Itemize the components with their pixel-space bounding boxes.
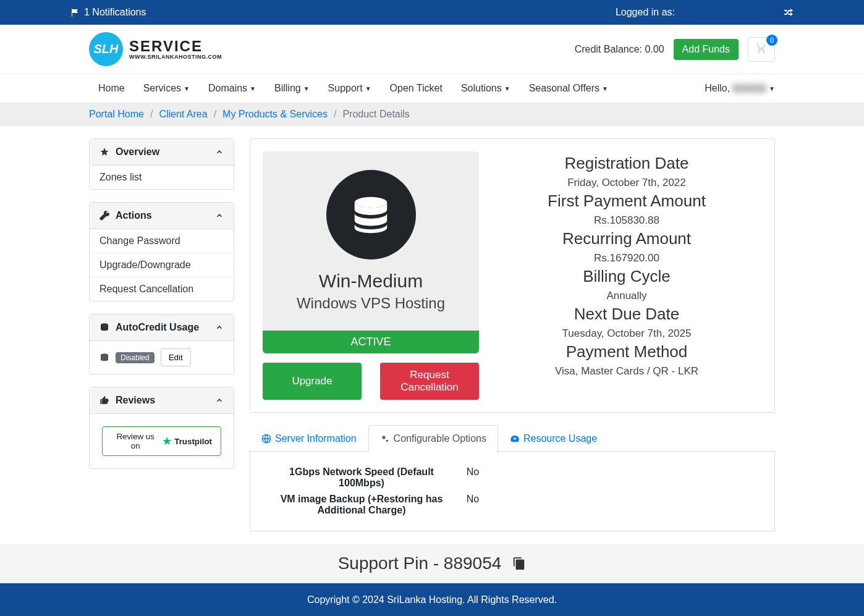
add-funds-button[interactable]: Add Funds <box>674 39 739 60</box>
autocredit-edit-button[interactable]: Edit <box>161 348 191 366</box>
info-label: First Payment Amount <box>491 192 762 211</box>
flag-icon <box>70 7 80 17</box>
svg-point-5 <box>386 440 388 442</box>
breadcrumb-client-area[interactable]: Client Area <box>159 109 207 120</box>
svg-point-2 <box>355 196 388 208</box>
overview-header[interactable]: Overview <box>90 139 234 166</box>
breadcrumb-current: Product Details <box>342 109 410 120</box>
product-info: Registration Date Friday, October 7th, 2… <box>491 151 762 400</box>
nav-list: Home Services ▼ Domains ▼ Billing ▼ Supp… <box>89 74 617 103</box>
product-name: Win-Medium <box>281 271 460 292</box>
copy-icon[interactable] <box>512 557 526 570</box>
chevron-up-icon <box>215 148 224 156</box>
reviews-panel: Reviews Review us on ★ Trustpilot <box>89 387 234 469</box>
option-label: 1Gbps Network Speed (Default 100Mbps) <box>269 466 454 489</box>
product-box: Win-Medium Windows VPS Hosting <box>263 151 479 331</box>
logo-text: SERVICE <box>129 39 222 54</box>
cart-button[interactable]: 0 <box>748 37 775 62</box>
nav-services[interactable]: Services ▼ <box>134 74 199 103</box>
cart-badge: 0 <box>766 35 777 46</box>
caret-icon: ▼ <box>769 85 775 92</box>
info-label: Payment Method <box>491 342 762 361</box>
caret-icon: ▼ <box>365 85 371 92</box>
status-badge: ACTIVE <box>263 331 479 353</box>
shuffle-icon[interactable] <box>784 7 794 17</box>
upgrade-button[interactable]: Upgrade <box>263 363 362 400</box>
overview-panel: Overview Zones list <box>89 138 234 190</box>
logo-subtext: WWW.SRILANKAHOSTING.COM <box>129 54 222 60</box>
nav-home[interactable]: Home <box>89 74 134 103</box>
cart-icon <box>756 43 767 54</box>
star-icon <box>100 147 109 157</box>
tab-configurable-options[interactable]: Configurable Options <box>368 425 498 452</box>
notifications-link[interactable]: 1 Notifications <box>70 7 146 18</box>
info-label: Registration Date <box>491 154 762 173</box>
breadcrumb-bar: Portal Home / Client Area / My Products … <box>0 103 864 126</box>
tab-server-info[interactable]: Server Information <box>250 425 368 452</box>
footer: Copyright © 2024 SriLanka Hosting. All R… <box>0 583 864 616</box>
username-display <box>686 7 773 18</box>
info-label: Recurring Amount <box>491 229 762 248</box>
sidebar: Overview Zones list Actions Change Passw… <box>89 138 234 481</box>
nav-open-ticket[interactable]: Open Ticket <box>381 74 452 103</box>
database-icon <box>100 323 109 332</box>
sidebar-item-change-password[interactable]: Change Password <box>90 229 234 253</box>
header: SLH SERVICE WWW.SRILANKAHOSTING.COM Cred… <box>0 25 864 74</box>
caret-icon: ▼ <box>602 85 608 92</box>
logo[interactable]: SLH SERVICE WWW.SRILANKAHOSTING.COM <box>89 32 222 66</box>
info-label: Next Due Date <box>491 305 762 324</box>
cogs-icon <box>380 434 390 444</box>
product-category: Windows VPS Hosting <box>281 295 460 312</box>
nav-solutions[interactable]: Solutions ▼ <box>452 74 520 103</box>
info-value: Annually <box>491 290 762 302</box>
sidebar-item-upgrade[interactable]: Upgrade/Downgrade <box>90 253 234 277</box>
topbar: 1 Notifications Logged in as: <box>0 0 864 25</box>
info-value: Visa, Master Cards / QR - LKR <box>491 365 762 378</box>
tab-content: 1Gbps Network Speed (Default 100Mbps) No… <box>250 452 775 531</box>
caret-icon: ▼ <box>184 85 190 92</box>
info-value: Tuesday, October 7th, 2025 <box>491 327 762 340</box>
logged-in-label: Logged in as: <box>616 7 675 18</box>
option-value: No <box>454 466 491 489</box>
wrench-icon <box>100 211 109 221</box>
tabs-section: Server Information Configurable Options … <box>250 425 775 531</box>
logo-icon: SLH <box>89 32 123 66</box>
info-value: Friday, October 7th, 2022 <box>491 177 762 189</box>
thumbs-up-icon <box>100 395 109 405</box>
nav-domains[interactable]: Domains ▼ <box>199 74 265 103</box>
info-label: Billing Cycle <box>491 267 762 286</box>
nav-support[interactable]: Support ▼ <box>319 74 381 103</box>
info-value: Rs.105830.88 <box>491 214 762 227</box>
nav-billing[interactable]: Billing ▼ <box>265 74 319 103</box>
footer-text: Copyright © 2024 SriLanka Hosting. All R… <box>307 594 557 605</box>
username-blur <box>732 84 766 93</box>
autocredit-status-badge: Disabled <box>116 352 155 363</box>
trustpilot-star-icon: ★ <box>162 434 172 448</box>
product-card: Win-Medium Windows VPS Hosting ACTIVE Up… <box>250 138 775 413</box>
reviews-header[interactable]: Reviews <box>90 387 234 414</box>
dashboard-icon <box>510 434 520 444</box>
content: Win-Medium Windows VPS Hosting ACTIVE Up… <box>250 138 775 531</box>
database-icon <box>100 353 109 363</box>
breadcrumb-portal-home[interactable]: Portal Home <box>89 109 144 120</box>
user-menu[interactable]: Hello, ▼ <box>705 83 775 94</box>
sidebar-item-cancel[interactable]: Request Cancellation <box>90 277 234 301</box>
autocredit-header[interactable]: AutoCredit Usage <box>90 314 234 341</box>
caret-icon: ▼ <box>504 85 510 92</box>
chevron-up-icon <box>215 396 224 405</box>
request-cancellation-button[interactable]: Request Cancellation <box>380 363 479 400</box>
nav-seasonal[interactable]: Seasonal Offers ▼ <box>520 74 617 103</box>
tab-resource-usage[interactable]: Resource Usage <box>498 425 609 452</box>
chevron-up-icon <box>215 323 224 332</box>
support-pin-bar: Support Pin - 889054 <box>0 544 864 583</box>
support-pin-text: Support Pin - 889054 <box>338 554 502 573</box>
option-row: 1Gbps Network Speed (Default 100Mbps) No <box>269 464 756 491</box>
option-value: No <box>454 494 491 516</box>
globe-icon <box>261 434 271 444</box>
trustpilot-button[interactable]: Review us on ★ Trustpilot <box>102 426 221 456</box>
database-large-icon <box>326 170 416 259</box>
actions-header[interactable]: Actions <box>90 203 234 229</box>
breadcrumb-products[interactable]: My Products & Services <box>222 109 328 120</box>
option-row: VM image Backup (+Restoring has Addition… <box>269 491 756 518</box>
sidebar-item-zones[interactable]: Zones list <box>90 166 234 189</box>
